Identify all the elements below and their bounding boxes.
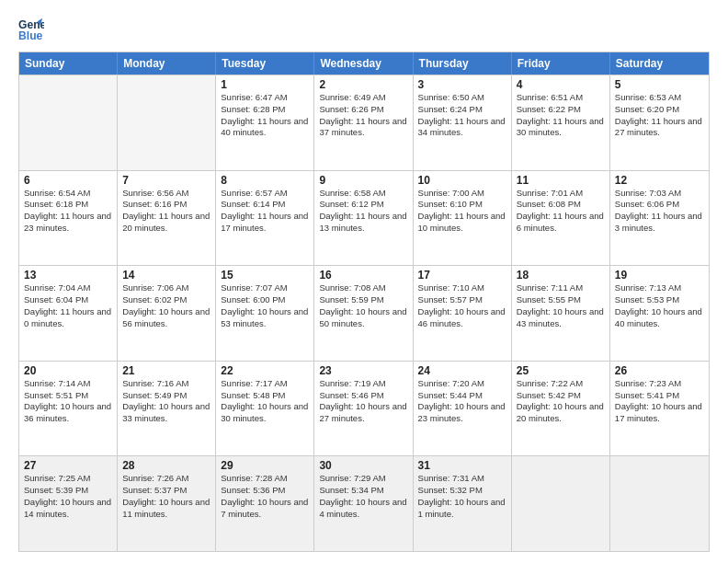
cell-details: Sunrise: 7:04 AM Sunset: 6:04 PM Dayligh…	[24, 282, 112, 329]
cell-details: Sunrise: 7:03 AM Sunset: 6:06 PM Dayligh…	[615, 188, 704, 235]
day-cell-17: 17Sunrise: 7:10 AM Sunset: 5:57 PM Dayli…	[414, 266, 512, 361]
day-cell-20: 20Sunrise: 7:14 AM Sunset: 5:51 PM Dayli…	[19, 362, 118, 456]
empty-cell	[19, 75, 118, 170]
cell-details: Sunrise: 7:26 AM Sunset: 5:37 PM Dayligh…	[122, 473, 210, 520]
day-cell-30: 30Sunrise: 7:29 AM Sunset: 5:34 PM Dayli…	[314, 456, 413, 551]
day-number: 18	[517, 269, 605, 282]
day-number: 14	[122, 269, 210, 282]
day-cell-7: 7Sunrise: 6:56 AM Sunset: 6:16 PM Daylig…	[118, 171, 216, 266]
cell-details: Sunrise: 7:20 AM Sunset: 5:44 PM Dayligh…	[418, 378, 506, 425]
day-cell-31: 31Sunrise: 7:31 AM Sunset: 5:32 PM Dayli…	[414, 456, 512, 551]
cell-details: Sunrise: 6:57 AM Sunset: 6:14 PM Dayligh…	[221, 188, 309, 235]
day-number: 30	[319, 459, 407, 472]
day-cell-23: 23Sunrise: 7:19 AM Sunset: 5:46 PM Dayli…	[314, 362, 413, 456]
header-day-sunday: Sunday	[19, 52, 118, 75]
day-number: 10	[418, 174, 506, 187]
day-number: 6	[24, 174, 112, 187]
cell-details: Sunrise: 6:49 AM Sunset: 6:26 PM Dayligh…	[319, 92, 407, 139]
day-cell-2: 2Sunrise: 6:49 AM Sunset: 6:26 PM Daylig…	[314, 75, 413, 170]
cell-details: Sunrise: 7:22 AM Sunset: 5:42 PM Dayligh…	[517, 378, 605, 425]
day-cell-9: 9Sunrise: 6:58 AM Sunset: 6:12 PM Daylig…	[314, 171, 413, 266]
header-day-saturday: Saturday	[610, 52, 709, 75]
header-day-tuesday: Tuesday	[216, 52, 314, 75]
day-cell-22: 22Sunrise: 7:17 AM Sunset: 5:48 PM Dayli…	[216, 362, 314, 456]
cell-details: Sunrise: 7:10 AM Sunset: 5:57 PM Dayligh…	[418, 282, 506, 329]
calendar-row-4: 20Sunrise: 7:14 AM Sunset: 5:51 PM Dayli…	[19, 361, 709, 456]
cell-details: Sunrise: 7:25 AM Sunset: 5:39 PM Dayligh…	[24, 473, 112, 520]
day-cell-27: 27Sunrise: 7:25 AM Sunset: 5:39 PM Dayli…	[19, 456, 118, 551]
header-day-monday: Monday	[118, 52, 216, 75]
day-cell-4: 4Sunrise: 6:51 AM Sunset: 6:22 PM Daylig…	[512, 75, 610, 170]
cell-details: Sunrise: 7:00 AM Sunset: 6:10 PM Dayligh…	[418, 188, 506, 235]
day-cell-18: 18Sunrise: 7:11 AM Sunset: 5:55 PM Dayli…	[512, 266, 610, 361]
day-cell-24: 24Sunrise: 7:20 AM Sunset: 5:44 PM Dayli…	[414, 362, 512, 456]
empty-cell	[118, 75, 216, 170]
day-cell-11: 11Sunrise: 7:01 AM Sunset: 6:08 PM Dayli…	[512, 171, 610, 266]
cell-details: Sunrise: 7:23 AM Sunset: 5:41 PM Dayligh…	[615, 378, 704, 425]
cell-details: Sunrise: 7:31 AM Sunset: 5:32 PM Dayligh…	[418, 473, 506, 520]
day-cell-26: 26Sunrise: 7:23 AM Sunset: 5:41 PM Dayli…	[610, 362, 709, 456]
cell-details: Sunrise: 7:29 AM Sunset: 5:34 PM Dayligh…	[319, 473, 407, 520]
cell-details: Sunrise: 6:56 AM Sunset: 6:16 PM Dayligh…	[122, 188, 210, 235]
cell-details: Sunrise: 6:50 AM Sunset: 6:24 PM Dayligh…	[418, 92, 506, 139]
day-number: 29	[221, 459, 309, 472]
day-number: 11	[517, 174, 605, 187]
day-cell-29: 29Sunrise: 7:28 AM Sunset: 5:36 PM Dayli…	[216, 456, 314, 551]
calendar-body: 1Sunrise: 6:47 AM Sunset: 6:28 PM Daylig…	[19, 75, 709, 551]
cell-details: Sunrise: 6:47 AM Sunset: 6:28 PM Dayligh…	[221, 92, 309, 139]
calendar: SundayMondayTuesdayWednesdayThursdayFrid…	[18, 52, 710, 552]
day-cell-5: 5Sunrise: 6:53 AM Sunset: 6:20 PM Daylig…	[610, 75, 709, 170]
empty-cell	[610, 456, 709, 551]
day-cell-8: 8Sunrise: 6:57 AM Sunset: 6:14 PM Daylig…	[216, 171, 314, 266]
day-number: 28	[122, 459, 210, 472]
day-cell-15: 15Sunrise: 7:07 AM Sunset: 6:00 PM Dayli…	[216, 266, 314, 361]
day-number: 31	[418, 459, 506, 472]
header: General Blue	[18, 17, 710, 42]
day-cell-16: 16Sunrise: 7:08 AM Sunset: 5:59 PM Dayli…	[314, 266, 413, 361]
cell-details: Sunrise: 7:11 AM Sunset: 5:55 PM Dayligh…	[517, 282, 605, 329]
cell-details: Sunrise: 6:53 AM Sunset: 6:20 PM Dayligh…	[615, 92, 704, 139]
calendar-row-5: 27Sunrise: 7:25 AM Sunset: 5:39 PM Dayli…	[19, 455, 709, 551]
cell-details: Sunrise: 7:08 AM Sunset: 5:59 PM Dayligh…	[319, 282, 407, 329]
logo-icon: General Blue	[18, 17, 44, 42]
day-cell-13: 13Sunrise: 7:04 AM Sunset: 6:04 PM Dayli…	[19, 266, 118, 361]
cell-details: Sunrise: 6:54 AM Sunset: 6:18 PM Dayligh…	[24, 188, 112, 235]
day-number: 8	[221, 174, 309, 187]
day-number: 1	[221, 78, 309, 91]
calendar-row-2: 6Sunrise: 6:54 AM Sunset: 6:18 PM Daylig…	[19, 170, 709, 266]
cell-details: Sunrise: 6:51 AM Sunset: 6:22 PM Dayligh…	[517, 92, 605, 139]
day-number: 21	[122, 364, 210, 377]
cell-details: Sunrise: 7:28 AM Sunset: 5:36 PM Dayligh…	[221, 473, 309, 520]
day-number: 12	[615, 174, 704, 187]
day-number: 26	[615, 364, 704, 377]
cell-details: Sunrise: 7:19 AM Sunset: 5:46 PM Dayligh…	[319, 378, 407, 425]
day-number: 4	[517, 78, 605, 91]
day-cell-14: 14Sunrise: 7:06 AM Sunset: 6:02 PM Dayli…	[118, 266, 216, 361]
calendar-row-1: 1Sunrise: 6:47 AM Sunset: 6:28 PM Daylig…	[19, 75, 709, 170]
day-cell-3: 3Sunrise: 6:50 AM Sunset: 6:24 PM Daylig…	[414, 75, 512, 170]
header-day-friday: Friday	[512, 52, 610, 75]
cell-details: Sunrise: 6:58 AM Sunset: 6:12 PM Dayligh…	[319, 188, 407, 235]
cell-details: Sunrise: 7:01 AM Sunset: 6:08 PM Dayligh…	[517, 188, 605, 235]
day-number: 24	[418, 364, 506, 377]
svg-text:Blue: Blue	[18, 29, 43, 42]
page: General Blue SundayMondayTuesdayWednesda…	[0, 0, 728, 563]
day-cell-21: 21Sunrise: 7:16 AM Sunset: 5:49 PM Dayli…	[118, 362, 216, 456]
cell-details: Sunrise: 7:13 AM Sunset: 5:53 PM Dayligh…	[615, 282, 704, 329]
empty-cell	[512, 456, 610, 551]
day-number: 19	[615, 269, 704, 282]
cell-details: Sunrise: 7:07 AM Sunset: 6:00 PM Dayligh…	[221, 282, 309, 329]
cell-details: Sunrise: 7:06 AM Sunset: 6:02 PM Dayligh…	[122, 282, 210, 329]
day-cell-1: 1Sunrise: 6:47 AM Sunset: 6:28 PM Daylig…	[216, 75, 314, 170]
day-cell-28: 28Sunrise: 7:26 AM Sunset: 5:37 PM Dayli…	[118, 456, 216, 551]
day-number: 5	[615, 78, 704, 91]
day-number: 17	[418, 269, 506, 282]
day-cell-6: 6Sunrise: 6:54 AM Sunset: 6:18 PM Daylig…	[19, 171, 118, 266]
header-day-wednesday: Wednesday	[314, 52, 413, 75]
day-number: 25	[517, 364, 605, 377]
cell-details: Sunrise: 7:16 AM Sunset: 5:49 PM Dayligh…	[122, 378, 210, 425]
day-number: 16	[319, 269, 407, 282]
calendar-row-3: 13Sunrise: 7:04 AM Sunset: 6:04 PM Dayli…	[19, 265, 709, 361]
day-number: 7	[122, 174, 210, 187]
day-number: 3	[418, 78, 506, 91]
